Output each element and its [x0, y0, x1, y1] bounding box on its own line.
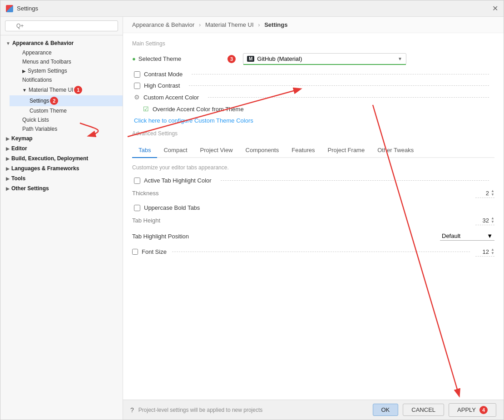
thickness-spinner: ▲ ▼	[491, 189, 494, 197]
thickness-label: Thickness	[132, 190, 159, 197]
high-contrast-label: High Contrast	[144, 82, 180, 89]
tab-features[interactable]: Features	[285, 143, 321, 158]
override-accent-row: ☑ Override Accent Color from Theme	[132, 105, 494, 113]
badge-1: 1	[74, 86, 82, 94]
sidebar-item-keymap[interactable]: ▶ Keymap	[0, 133, 123, 143]
uppercase-bold-tabs-row: Uppercase Bold Tabs	[132, 204, 494, 211]
contrast-mode-label: Contrast Mode	[144, 71, 183, 78]
cancel-button[interactable]: CANCEL	[403, 404, 444, 416]
breadcrumb-sep1: ›	[199, 21, 201, 28]
advanced-settings-label: Advanced Settings	[132, 130, 494, 137]
chevron-right-icon-editor: ▶	[6, 146, 10, 151]
chevron-right-icon-keymap: ▶	[6, 136, 10, 141]
content-area: ▼ Appearance & Behavior Appearance Menus…	[0, 17, 504, 420]
tab-height-label: Tab Height	[132, 217, 160, 224]
search-bar	[0, 17, 123, 35]
sidebar-item-build[interactable]: ▶ Build, Execution, Deployment	[0, 153, 123, 163]
apply-button[interactable]: APPLY 4	[449, 403, 496, 417]
custom-accent-row: ⚙ Custom Accent Color	[132, 94, 494, 101]
search-input[interactable]	[5, 20, 118, 31]
sidebar-item-appearance[interactable]: Appearance	[10, 48, 123, 57]
font-size-row: Font Size 12 ▲ ▼	[132, 247, 494, 257]
gear-icon: ⚙	[134, 94, 140, 101]
badge-4: 4	[479, 406, 488, 414]
breadcrumb-part2: Material Theme UI	[205, 21, 254, 28]
tab-height-down[interactable]: ▼	[491, 220, 494, 224]
tab-highlight-position-value: Default	[442, 232, 460, 239]
tab-other-tweaks[interactable]: Other Tweaks	[371, 143, 420, 158]
help-icon[interactable]: ?	[130, 406, 134, 414]
nav-tree: ▼ Appearance & Behavior Appearance Menus…	[0, 35, 123, 420]
title-bar-left: Settings	[6, 5, 38, 12]
active-tab-highlight-checkbox[interactable]	[134, 178, 140, 184]
tab-highlight-position-label: Tab Highlight Position	[132, 233, 223, 240]
selected-theme-label: Selected Theme	[132, 55, 223, 62]
sidebar-item-material-theme-ui[interactable]: ▼ Material Theme UI 1	[10, 84, 123, 95]
main-content: Appearance & Behavior › Material Theme U…	[123, 17, 504, 420]
contrast-mode-checkbox[interactable]	[134, 71, 140, 78]
checked-icon: ☑	[143, 105, 149, 113]
custom-accent-label: Custom Accent Color	[143, 94, 199, 101]
sidebar-item-tools[interactable]: ▶ Tools	[0, 173, 123, 183]
sidebar-item-other-settings[interactable]: ▶ Other Settings	[0, 183, 123, 193]
sidebar-item-quick-lists[interactable]: Quick Lists	[10, 115, 123, 124]
font-size-label: Font Size	[142, 248, 167, 255]
selected-theme-value: M GitHub (Material)	[247, 55, 302, 62]
sidebar-item-editor[interactable]: ▶ Editor	[0, 143, 123, 153]
tab-highlight-position-row: Tab Highlight Position Default ▼	[132, 232, 494, 241]
appearance-behavior-children: Appearance Menus and Toolbars ▶ System S…	[0, 48, 123, 133]
sidebar-item-custom-theme[interactable]: Custom Theme	[10, 106, 123, 115]
font-size-checkbox[interactable]	[132, 249, 138, 255]
tab-height-spinner: ▲ ▼	[491, 217, 494, 224]
chevron-right-icon: ▶	[22, 69, 26, 74]
thickness-input: 2 ▲ ▼	[475, 188, 494, 198]
tab-highlight-position-dropdown[interactable]: Default ▼	[440, 232, 494, 241]
tab-project-frame[interactable]: Project Frame	[321, 143, 371, 158]
close-button[interactable]: ✕	[492, 4, 498, 13]
breadcrumb-sep2: ›	[258, 21, 260, 28]
chevron-down-icon-material: ▼	[22, 88, 27, 93]
sidebar-item-menus-toolbars[interactable]: Menus and Toolbars	[10, 57, 123, 66]
sidebar-item-system-settings[interactable]: ▶ System Settings	[10, 66, 123, 75]
custom-theme-colors-link[interactable]: Click here to configure Custom Theme Col…	[134, 117, 494, 124]
badge-3: 3	[227, 55, 236, 63]
sidebar-item-appearance-behavior[interactable]: ▼ Appearance & Behavior	[0, 38, 123, 48]
selected-theme-dropdown[interactable]: M GitHub (Material) ▼	[243, 53, 406, 64]
badge-2: 2	[50, 97, 58, 105]
sidebar-item-languages[interactable]: ▶ Languages & Frameworks	[0, 163, 123, 173]
tab-height-row: Tab Height 32 ▲ ▼	[132, 216, 494, 225]
tab-components[interactable]: Components	[239, 143, 286, 158]
tab-tabs[interactable]: Tabs	[132, 143, 157, 158]
high-contrast-checkbox[interactable]	[134, 83, 140, 89]
app-icon	[6, 5, 13, 12]
uppercase-bold-tabs-checkbox[interactable]	[134, 205, 140, 211]
uppercase-bold-tabs-label: Uppercase Bold Tabs	[144, 204, 200, 211]
tab-project-view[interactable]: Project View	[194, 143, 239, 158]
breadcrumb-part1: Appearance & Behavior	[132, 21, 194, 28]
sidebar-item-settings[interactable]: Settings 2	[10, 95, 123, 106]
chevron-down-icon-theme: ▼	[398, 56, 402, 61]
font-size-spinner: ▲ ▼	[491, 248, 494, 255]
tab-compact[interactable]: Compact	[157, 143, 193, 158]
bottom-bar: ? Project-level settings will be applied…	[123, 400, 504, 420]
thickness-row: Thickness 2 ▲ ▼	[132, 188, 494, 198]
font-size-down[interactable]: ▼	[491, 252, 494, 255]
sidebar-item-notifications[interactable]: Notifications	[10, 75, 123, 84]
breadcrumb-current: Settings	[264, 21, 287, 28]
active-tab-highlight-row: Active Tab Highlight Color	[132, 177, 494, 184]
tab-height-input: 32 ▲ ▼	[475, 216, 494, 225]
sidebar-item-path-variables[interactable]: Path Variables	[10, 124, 123, 133]
font-size-value: 12	[475, 248, 489, 255]
chevron-down-icon: ▼	[6, 41, 10, 46]
settings-body: Main Settings Selected Theme 3 M GitHub …	[123, 33, 504, 400]
chevron-down-icon-highlight: ▼	[487, 232, 493, 239]
thickness-down[interactable]: ▼	[491, 193, 494, 197]
thickness-value: 2	[475, 190, 489, 197]
breadcrumb: Appearance & Behavior › Material Theme U…	[123, 17, 504, 33]
settings-window: Settings ✕ ▼ Appearance & Behavior Appea…	[0, 0, 504, 420]
chevron-right-icon-tools: ▶	[6, 176, 10, 181]
ok-button[interactable]: OK	[373, 404, 399, 416]
font-size-input: 12 ▲ ▼	[475, 247, 494, 257]
tabs-row: Tabs Compact Project View Components Fea…	[132, 143, 494, 158]
chevron-right-icon-languages: ▶	[6, 166, 10, 171]
